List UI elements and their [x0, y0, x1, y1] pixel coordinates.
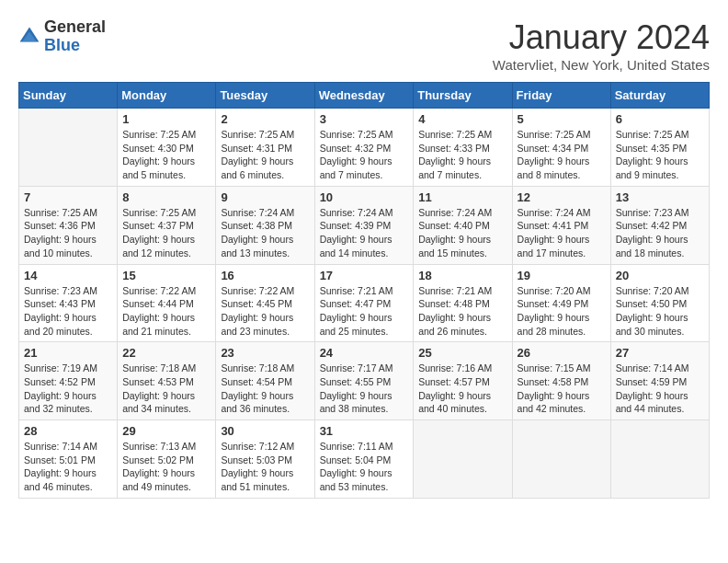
calendar-cell: 19Sunrise: 7:20 AMSunset: 4:49 PMDayligh… [512, 264, 610, 342]
day-number: 10 [320, 190, 409, 204]
day-header-sunday: Sunday [19, 83, 118, 109]
day-number: 5 [518, 112, 606, 126]
day-number: 26 [518, 346, 606, 360]
day-info: Sunrise: 7:14 AMSunset: 5:01 PMDaylight:… [24, 440, 112, 494]
day-number: 2 [221, 112, 309, 126]
day-number: 28 [24, 424, 112, 438]
calendar-cell: 18Sunrise: 7:21 AMSunset: 4:48 PMDayligh… [414, 264, 512, 342]
day-info: Sunrise: 7:25 AMSunset: 4:37 PMDaylight:… [122, 206, 210, 260]
calendar-cell: 8Sunrise: 7:25 AMSunset: 4:37 PMDaylight… [118, 186, 216, 264]
calendar-cell: 4Sunrise: 7:25 AMSunset: 4:33 PMDaylight… [414, 109, 512, 187]
logo-general-text: General [44, 17, 106, 36]
calendar-cell: 17Sunrise: 7:21 AMSunset: 4:47 PMDayligh… [314, 264, 414, 342]
day-info: Sunrise: 7:25 AMSunset: 4:32 PMDaylight:… [320, 128, 409, 182]
calendar-week-2: 7Sunrise: 7:25 AMSunset: 4:36 PMDaylight… [19, 186, 710, 264]
logo-blue-text: Blue [44, 36, 80, 54]
calendar-cell: 24Sunrise: 7:17 AMSunset: 4:55 PMDayligh… [314, 342, 414, 420]
calendar-cell: 28Sunrise: 7:14 AMSunset: 5:01 PMDayligh… [19, 420, 118, 499]
day-number: 27 [616, 346, 704, 360]
day-info: Sunrise: 7:18 AMSunset: 4:53 PMDaylight:… [122, 362, 210, 416]
logo: General Blue [18, 18, 106, 55]
calendar-week-3: 14Sunrise: 7:23 AMSunset: 4:43 PMDayligh… [19, 264, 710, 342]
calendar-cell: 23Sunrise: 7:18 AMSunset: 4:54 PMDayligh… [216, 342, 314, 420]
day-number: 3 [320, 112, 409, 126]
calendar-cell: 31Sunrise: 7:11 AMSunset: 5:04 PMDayligh… [314, 420, 414, 499]
day-info: Sunrise: 7:25 AMSunset: 4:36 PMDaylight:… [24, 206, 112, 260]
day-info: Sunrise: 7:24 AMSunset: 4:38 PMDaylight:… [221, 206, 309, 260]
day-number: 30 [221, 424, 309, 438]
calendar-cell: 15Sunrise: 7:22 AMSunset: 4:44 PMDayligh… [118, 264, 216, 342]
calendar-cell: 7Sunrise: 7:25 AMSunset: 4:36 PMDaylight… [19, 186, 118, 264]
day-info: Sunrise: 7:25 AMSunset: 4:31 PMDaylight:… [221, 128, 309, 182]
calendar-cell: 20Sunrise: 7:20 AMSunset: 4:50 PMDayligh… [610, 264, 709, 342]
day-header-wednesday: Wednesday [314, 83, 414, 109]
calendar-cell [414, 420, 512, 499]
day-number: 16 [221, 269, 309, 282]
day-number: 11 [418, 190, 506, 204]
day-info: Sunrise: 7:12 AMSunset: 5:03 PMDaylight:… [221, 440, 309, 494]
calendar-cell: 1Sunrise: 7:25 AMSunset: 4:30 PMDaylight… [118, 109, 216, 187]
day-info: Sunrise: 7:24 AMSunset: 4:39 PMDaylight:… [320, 206, 409, 260]
day-info: Sunrise: 7:14 AMSunset: 4:59 PMDaylight:… [616, 362, 704, 416]
day-info: Sunrise: 7:20 AMSunset: 4:50 PMDaylight:… [616, 284, 704, 339]
day-info: Sunrise: 7:24 AMSunset: 4:41 PMDaylight:… [518, 206, 606, 260]
day-number: 31 [320, 424, 409, 438]
day-header-friday: Friday [512, 83, 610, 109]
day-number: 7 [24, 190, 112, 204]
calendar-cell: 12Sunrise: 7:24 AMSunset: 4:41 PMDayligh… [512, 186, 610, 264]
day-info: Sunrise: 7:21 AMSunset: 4:48 PMDaylight:… [418, 284, 506, 339]
calendar-cell [19, 109, 118, 187]
calendar-cell: 27Sunrise: 7:14 AMSunset: 4:59 PMDayligh… [610, 342, 709, 420]
day-info: Sunrise: 7:13 AMSunset: 5:02 PMDaylight:… [122, 440, 210, 494]
day-number: 21 [24, 346, 112, 360]
calendar-cell: 22Sunrise: 7:18 AMSunset: 4:53 PMDayligh… [118, 342, 216, 420]
day-info: Sunrise: 7:23 AMSunset: 4:43 PMDaylight:… [24, 284, 112, 339]
day-number: 13 [616, 190, 704, 204]
day-info: Sunrise: 7:17 AMSunset: 4:55 PMDaylight:… [320, 362, 409, 416]
day-number: 23 [221, 346, 309, 360]
day-number: 9 [221, 190, 309, 204]
day-header-thursday: Thursday [414, 83, 512, 109]
logo-icon [18, 26, 40, 48]
calendar-cell: 3Sunrise: 7:25 AMSunset: 4:32 PMDaylight… [314, 109, 414, 187]
day-number: 25 [418, 346, 506, 360]
day-number: 8 [122, 190, 210, 204]
day-number: 15 [122, 269, 210, 282]
day-header-tuesday: Tuesday [216, 83, 314, 109]
calendar-cell: 30Sunrise: 7:12 AMSunset: 5:03 PMDayligh… [216, 420, 314, 499]
calendar-cell: 14Sunrise: 7:23 AMSunset: 4:43 PMDayligh… [19, 264, 118, 342]
calendar-week-5: 28Sunrise: 7:14 AMSunset: 5:01 PMDayligh… [19, 420, 710, 499]
day-number: 22 [122, 346, 210, 360]
day-header-monday: Monday [118, 83, 216, 109]
day-info: Sunrise: 7:25 AMSunset: 4:33 PMDaylight:… [418, 128, 506, 182]
day-number: 14 [24, 269, 112, 282]
calendar-cell: 9Sunrise: 7:24 AMSunset: 4:38 PMDaylight… [216, 186, 314, 264]
calendar-cell [610, 420, 709, 499]
day-info: Sunrise: 7:16 AMSunset: 4:57 PMDaylight:… [418, 362, 506, 416]
calendar-cell: 10Sunrise: 7:24 AMSunset: 4:39 PMDayligh… [314, 186, 414, 264]
day-info: Sunrise: 7:22 AMSunset: 4:44 PMDaylight:… [122, 284, 210, 339]
day-info: Sunrise: 7:19 AMSunset: 4:52 PMDaylight:… [24, 362, 112, 416]
day-number: 19 [518, 269, 606, 282]
day-number: 20 [616, 269, 704, 282]
day-info: Sunrise: 7:15 AMSunset: 4:58 PMDaylight:… [518, 362, 606, 416]
day-header-saturday: Saturday [610, 83, 709, 109]
calendar-cell: 2Sunrise: 7:25 AMSunset: 4:31 PMDaylight… [216, 109, 314, 187]
day-number: 18 [418, 269, 506, 282]
day-info: Sunrise: 7:21 AMSunset: 4:47 PMDaylight:… [320, 284, 409, 339]
day-info: Sunrise: 7:23 AMSunset: 4:42 PMDaylight:… [616, 206, 704, 260]
calendar-week-1: 1Sunrise: 7:25 AMSunset: 4:30 PMDaylight… [19, 109, 710, 187]
month-title: January 2024 [493, 18, 710, 57]
day-info: Sunrise: 7:11 AMSunset: 5:04 PMDaylight:… [320, 440, 409, 494]
day-info: Sunrise: 7:22 AMSunset: 4:45 PMDaylight:… [221, 284, 309, 339]
calendar-cell: 5Sunrise: 7:25 AMSunset: 4:34 PMDaylight… [512, 109, 610, 187]
calendar-cell: 25Sunrise: 7:16 AMSunset: 4:57 PMDayligh… [414, 342, 512, 420]
calendar-cell: 11Sunrise: 7:24 AMSunset: 4:40 PMDayligh… [414, 186, 512, 264]
calendar-cell: 29Sunrise: 7:13 AMSunset: 5:02 PMDayligh… [118, 420, 216, 499]
calendar-table: SundayMondayTuesdayWednesdayThursdayFrid… [18, 82, 710, 499]
day-info: Sunrise: 7:25 AMSunset: 4:30 PMDaylight:… [122, 128, 210, 182]
day-info: Sunrise: 7:18 AMSunset: 4:54 PMDaylight:… [221, 362, 309, 416]
location-text: Watervliet, New York, United States [493, 57, 710, 73]
day-info: Sunrise: 7:25 AMSunset: 4:35 PMDaylight:… [616, 128, 704, 182]
day-number: 29 [122, 424, 210, 438]
